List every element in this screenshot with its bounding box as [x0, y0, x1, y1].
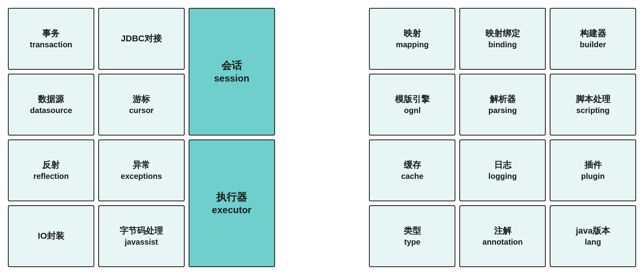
cell-transaction-chinese: 事务 [42, 28, 60, 39]
cell-executor-chinese: 执行器 [216, 191, 247, 204]
cell-cursor: 游标 cursor [98, 74, 185, 136]
cell-mapping-english: mapping [396, 39, 429, 50]
main-grid: 事务 transaction JDBC对接 会话 session 映射 mapp… [0, 0, 644, 275]
cell-javassist-english: javassist [125, 237, 158, 247]
cell-type-english: type [404, 237, 420, 247]
cell-binding-english: binding [489, 39, 517, 50]
cell-logging-english: logging [489, 171, 517, 181]
cell-javassist: 字节码处理 javassist [98, 205, 185, 267]
cell-binding-chinese: 映射绑定 [485, 28, 520, 39]
cell-type-chinese: 类型 [404, 225, 421, 237]
cell-cache-chinese: 缓存 [404, 160, 421, 171]
cell-exceptions: 异常 exceptions [98, 139, 185, 201]
cell-logging: 日志 logging [459, 139, 546, 201]
cell-mapping: 映射 mapping [369, 8, 455, 70]
cell-javassist-chinese: 字节码处理 [120, 225, 163, 237]
cell-session-english: session [214, 72, 249, 84]
cell-binding: 映射绑定 binding [459, 8, 546, 70]
cell-cursor-english: cursor [129, 105, 154, 115]
cell-builder-english: builder [580, 39, 606, 50]
cell-jdbc-chinese: JDBC对接 [121, 33, 162, 45]
cell-lang-chinese: java版本 [576, 225, 610, 237]
cell-scripting: 脚本处理 scripting [550, 74, 636, 136]
cell-transaction-english: transaction [30, 39, 73, 50]
cell-parsing: 解析器 parsing [459, 74, 546, 136]
cell-datasource-chinese: 数据源 [38, 94, 64, 105]
cell-annotation-chinese: 注解 [494, 225, 511, 237]
cell-reflection: 反射 reflection [8, 139, 94, 201]
cell-executor: 执行器 executor [189, 139, 275, 267]
cell-annotation-english: annotation [483, 237, 523, 247]
cell-scripting-english: scripting [576, 105, 609, 115]
cell-cursor-chinese: 游标 [133, 94, 150, 105]
cell-cache: 缓存 cache [369, 139, 455, 201]
cell-executor-english: executor [212, 204, 251, 216]
cell-template-engine-english: ognl [404, 105, 421, 115]
cell-annotation: 注解 annotation [459, 205, 546, 267]
cell-datasource-english: datasource [30, 105, 72, 115]
cell-parsing-chinese: 解析器 [490, 94, 516, 105]
cell-builder-chinese: 构建器 [580, 28, 606, 39]
cell-exceptions-chinese: 异常 [133, 160, 150, 171]
cell-plugin-english: plugin [581, 171, 605, 181]
cell-session-chinese: 会话 [221, 59, 242, 72]
cell-transaction: 事务 transaction [8, 8, 94, 70]
cell-session: 会话 session [189, 8, 275, 136]
cell-scripting-chinese: 脚本处理 [576, 94, 610, 105]
cell-reflection-chinese: 反射 [42, 160, 60, 171]
cell-plugin-chinese: 插件 [584, 160, 602, 171]
cell-parsing-english: parsing [489, 105, 517, 115]
cell-io: IO封装 [8, 205, 94, 267]
cell-logging-chinese: 日志 [494, 160, 511, 171]
cell-cache-english: cache [401, 171, 423, 181]
cell-exceptions-english: exceptions [121, 171, 162, 181]
cell-template-engine-chinese: 模版引擎 [395, 94, 430, 105]
cell-lang-english: lang [585, 237, 601, 247]
cell-template-engine: 模版引擎 ognl [369, 74, 455, 136]
cell-type: 类型 type [369, 205, 455, 267]
cell-mapping-chinese: 映射 [404, 28, 421, 39]
cell-jdbc: JDBC对接 [98, 8, 185, 70]
cell-builder: 构建器 builder [550, 8, 636, 70]
cell-plugin: 插件 plugin [550, 139, 636, 201]
cell-reflection-english: reflection [33, 171, 69, 181]
cell-lang: java版本 lang [550, 205, 636, 267]
cell-datasource: 数据源 datasource [8, 74, 94, 136]
cell-io-chinese: IO封装 [38, 230, 64, 242]
